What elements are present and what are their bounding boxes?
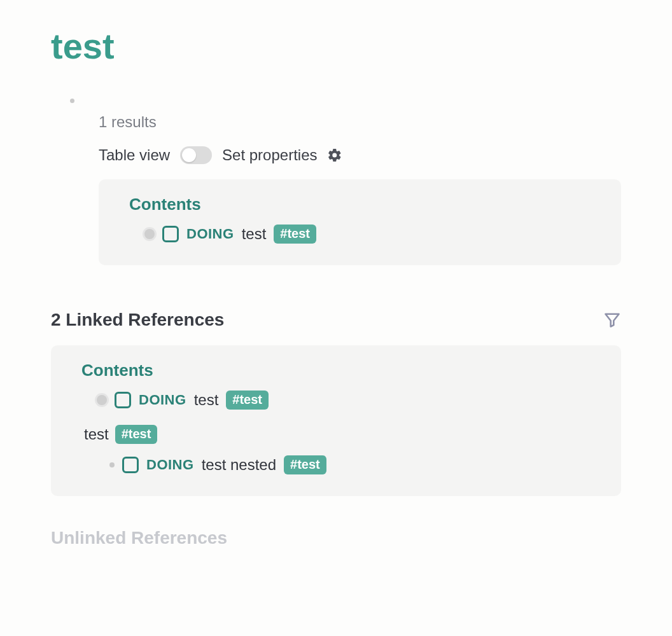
bullet-icon[interactable] xyxy=(109,462,115,467)
unlinked-references-title[interactable]: Unlinked References xyxy=(51,528,621,548)
block-text[interactable]: test xyxy=(194,391,219,409)
block-text[interactable]: test xyxy=(84,425,109,443)
todo-checkbox[interactable] xyxy=(162,226,179,242)
block-text[interactable]: test xyxy=(242,225,267,243)
results-count: 1 results xyxy=(99,113,621,131)
todo-checkbox[interactable] xyxy=(122,457,139,473)
filter-icon[interactable] xyxy=(603,311,621,329)
table-view-toggle[interactable] xyxy=(180,146,212,164)
linked-references-panel: Contents DOING test #test test #test DOI… xyxy=(51,345,621,496)
toggle-knob xyxy=(182,148,196,162)
status-badge[interactable]: DOING xyxy=(146,457,194,473)
page-title: test xyxy=(51,25,621,67)
gear-icon[interactable] xyxy=(327,148,342,163)
bullet-icon[interactable] xyxy=(144,229,155,239)
contents-header[interactable]: Contents xyxy=(81,361,602,380)
status-badge[interactable]: DOING xyxy=(139,392,186,408)
bullet-icon[interactable] xyxy=(97,395,107,405)
linked-plain-row[interactable]: test #test xyxy=(84,425,602,444)
todo-checkbox[interactable] xyxy=(115,392,131,408)
contents-header[interactable]: Contents xyxy=(129,195,602,214)
query-result-panel: Contents DOING test #test xyxy=(99,179,621,265)
result-row[interactable]: DOING test #test xyxy=(144,221,602,247)
block-text[interactable]: test nested xyxy=(202,456,276,474)
status-badge[interactable]: DOING xyxy=(186,226,234,242)
tag-link[interactable]: #test xyxy=(274,225,316,244)
tag-link[interactable]: #test xyxy=(226,391,269,410)
linked-nested-row[interactable]: DOING test nested #test xyxy=(109,452,602,478)
linked-row[interactable]: DOING test #test xyxy=(97,387,602,413)
query-controls: Table view Set properties xyxy=(99,146,621,164)
linked-references-header: 2 Linked References xyxy=(51,310,621,330)
query-block: 1 results Table view Set properties Cont… xyxy=(70,99,621,265)
tag-link[interactable]: #test xyxy=(284,455,326,474)
tag-link[interactable]: #test xyxy=(115,425,158,444)
set-properties-label: Set properties xyxy=(222,146,317,164)
table-view-label: Table view xyxy=(99,146,170,164)
bullet-icon[interactable] xyxy=(70,99,74,103)
linked-references-title[interactable]: 2 Linked References xyxy=(51,310,224,330)
